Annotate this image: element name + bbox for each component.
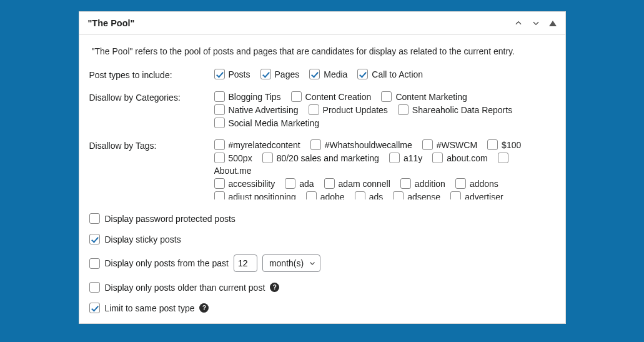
checkbox[interactable]	[487, 139, 498, 150]
checkbox[interactable]	[291, 91, 302, 102]
categories-list: Blogging TipsContent CreationContent Mar…	[214, 91, 555, 128]
label-categories: Disallow by Categories:	[89, 91, 214, 103]
checkbox-label: #myrelatedcontent	[229, 140, 300, 150]
checkbox-label: Social Media Marketing	[229, 118, 320, 128]
checkbox-label: Blogging Tips	[229, 92, 281, 102]
past-unit-select[interactable]: month(s)	[262, 254, 320, 272]
checkbox[interactable]	[455, 178, 466, 189]
checkbox[interactable]	[310, 139, 321, 150]
checkbox-label: Native Advertising	[229, 105, 299, 115]
checkbox-label: 500px	[229, 153, 252, 163]
checkbox[interactable]	[422, 139, 433, 150]
checkbox[interactable]	[214, 178, 225, 189]
checkbox[interactable]	[309, 69, 320, 79]
checkbox-password-protected[interactable]	[89, 213, 100, 224]
checkbox[interactable]	[400, 178, 411, 189]
checkbox-label: Pages	[275, 69, 300, 79]
past-unit-label: month(s)	[269, 258, 304, 268]
checkbox[interactable]	[357, 69, 368, 79]
checkbox[interactable]	[214, 191, 225, 199]
panel-description: "The Pool" refers to the pool of posts a…	[92, 46, 555, 56]
checkbox[interactable]	[432, 153, 443, 163]
option-label: Display password protected posts	[105, 214, 235, 224]
panel-header-controls	[514, 19, 557, 28]
option-older-posts: Display only posts older than current po…	[89, 282, 555, 293]
checkbox[interactable]	[214, 139, 225, 150]
checkbox-label: 80/20 sales and marketing	[277, 153, 379, 163]
checkbox-same-post-type[interactable]	[89, 303, 100, 313]
settings-panel: "The Pool" "The Pool" refers to the pool…	[79, 11, 566, 324]
checkbox-older-posts[interactable]	[89, 282, 100, 293]
checkbox-label: addons	[470, 179, 498, 189]
checkbox[interactable]	[214, 91, 225, 102]
checkbox-label: #WSWCM	[437, 140, 477, 150]
checkbox-label: Media	[324, 69, 347, 79]
collapse-icon[interactable]	[549, 21, 557, 26]
checkbox-label: $100	[502, 140, 521, 150]
checkbox[interactable]	[324, 178, 335, 189]
checkbox-label: adjust positioning	[229, 192, 296, 200]
checkbox[interactable]	[355, 191, 365, 199]
checkbox-label: Product Updates	[323, 105, 388, 115]
checkbox-label: adobe	[320, 192, 345, 200]
checkbox[interactable]	[498, 153, 508, 163]
checkbox[interactable]	[262, 153, 273, 163]
panel-body: "The Pool" refers to the pool of posts a…	[79, 35, 565, 323]
panel-header: "The Pool"	[79, 12, 565, 35]
help-icon[interactable]: ?	[199, 303, 209, 313]
checkbox[interactable]	[285, 178, 295, 189]
checkbox[interactable]	[214, 118, 225, 128]
checkbox[interactable]	[306, 191, 317, 199]
past-value-input[interactable]	[234, 254, 257, 272]
move-down-icon[interactable]	[532, 19, 540, 28]
move-up-icon[interactable]	[514, 19, 523, 28]
post-types-list: PostsPagesMediaCall to Action	[214, 69, 555, 79]
checkbox-label: Call to Action	[372, 69, 423, 79]
checkbox-label: Content Creation	[305, 92, 372, 102]
option-password-protected: Display password protected posts	[89, 213, 555, 224]
checkbox-past-posts[interactable]	[89, 258, 100, 269]
label-post-types: Post types to include:	[89, 69, 214, 80]
checkbox-label: Content Marketing	[395, 92, 467, 102]
checkbox-label: adam connell	[339, 179, 390, 189]
checkbox[interactable]	[450, 191, 461, 199]
checkbox[interactable]	[393, 191, 404, 199]
checkbox-label: advertiser	[465, 192, 503, 200]
checkbox-label: ads	[369, 192, 384, 200]
option-label: Display only posts from the past	[105, 258, 229, 268]
option-label: Display sticky posts	[105, 234, 181, 244]
option-sticky-posts: Display sticky posts	[89, 234, 555, 244]
checkbox[interactable]	[389, 153, 400, 163]
checkbox-label: About.me	[214, 166, 252, 176]
checkbox-label: Shareaholic Data Reports	[412, 105, 512, 115]
row-post-types: Post types to include: PostsPagesMediaCa…	[89, 69, 555, 80]
chevron-down-icon	[309, 259, 316, 267]
checkbox-label: ada	[299, 179, 314, 189]
option-same-post-type: Limit to same post type ?	[89, 303, 555, 313]
tags-list: #myrelatedcontent#Whatshouldwecallme#WSW…	[214, 139, 555, 199]
checkbox-label: #Whatshouldwecallme	[325, 140, 412, 150]
checkbox-label: adsense	[407, 192, 440, 200]
checkbox-label: about.com	[447, 153, 487, 163]
option-label: Display only posts older than current po…	[105, 283, 265, 293]
checkbox[interactable]	[309, 104, 319, 115]
checkbox[interactable]	[214, 104, 225, 115]
checkbox[interactable]	[381, 91, 392, 102]
checkbox[interactable]	[398, 104, 409, 115]
checkbox-label: addition	[415, 179, 445, 189]
row-categories: Disallow by Categories: Blogging TipsCon…	[89, 91, 555, 128]
checkbox[interactable]	[214, 153, 225, 163]
checkbox-sticky-posts[interactable]	[89, 234, 100, 244]
panel-title: "The Pool"	[88, 18, 514, 28]
label-tags: Disallow by Tags:	[89, 139, 214, 151]
checkbox-label: Posts	[229, 69, 250, 79]
checkbox[interactable]	[260, 69, 271, 79]
checkbox-label: a11y	[404, 153, 422, 163]
option-past-posts: Display only posts from the past month(s…	[89, 254, 555, 272]
row-tags: Disallow by Tags: #myrelatedcontent#What…	[89, 139, 555, 199]
help-icon[interactable]: ?	[270, 283, 279, 292]
checkbox[interactable]	[214, 69, 225, 79]
option-label: Limit to same post type	[105, 303, 195, 313]
checkbox-label: accessibility	[229, 179, 275, 189]
